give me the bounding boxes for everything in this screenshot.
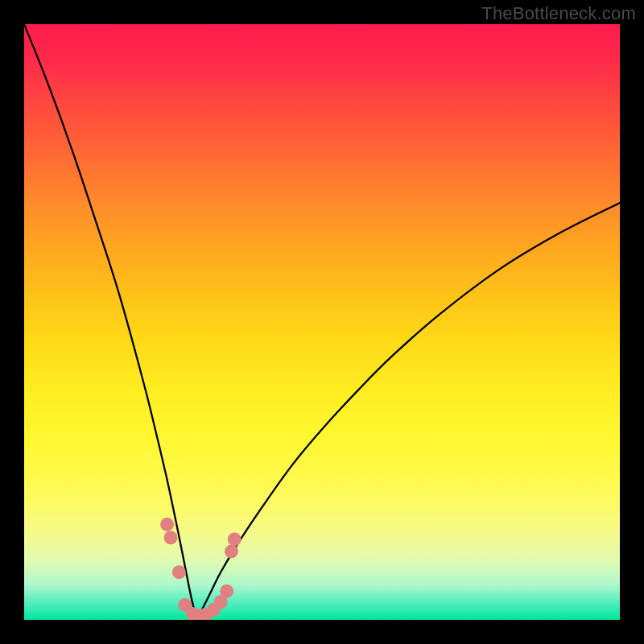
data-points (24, 24, 620, 620)
left-dot-b (164, 530, 178, 544)
left-dot-c (172, 565, 186, 579)
data-points-group (160, 518, 242, 620)
plot-area (24, 24, 620, 620)
floor-dot-7 (220, 584, 233, 598)
watermark-text: TheBottleneck.com (481, 3, 636, 24)
chart-frame: TheBottleneck.com (0, 0, 644, 644)
right-dot-a (225, 544, 238, 558)
right-dot-b (228, 533, 242, 547)
left-dot-a (160, 518, 174, 531)
